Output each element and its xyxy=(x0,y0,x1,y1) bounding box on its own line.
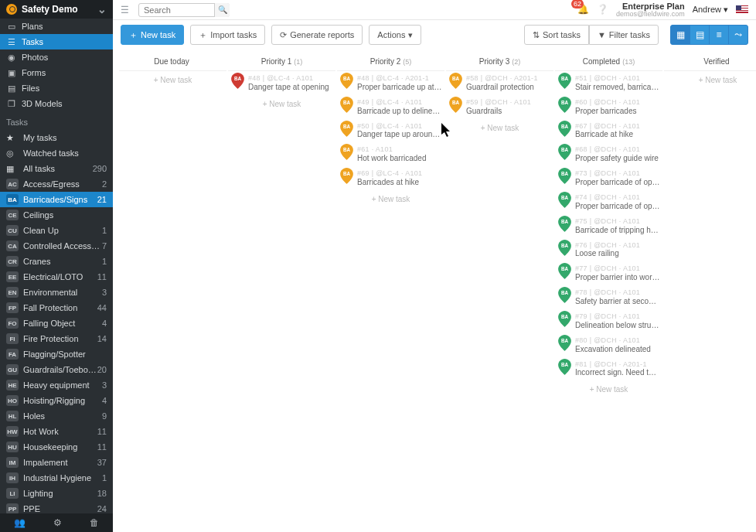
task-card[interactable]: BA#61 · A101Hot work barricaded xyxy=(337,142,444,166)
people-icon[interactable]: 👥 xyxy=(14,517,26,528)
task-card[interactable]: BA#50 | @LC-4 · A101Danger tape up aroun… xyxy=(337,119,444,143)
category-badge: FP xyxy=(6,302,19,313)
task-card[interactable]: BA#49 | @LC-4 · A101Barricade up to deli… xyxy=(337,95,444,119)
sidebar-item-fall-protection[interactable]: FPFall Protection44 xyxy=(0,300,113,315)
task-card[interactable]: BA#60 | @DCH · A101Proper barricades xyxy=(555,95,662,119)
nav-photos[interactable]: ◉Photos xyxy=(0,49,113,65)
new-task-button[interactable]: ＋ New task xyxy=(121,25,184,45)
task-title: Hot work barricaded xyxy=(357,154,442,163)
sidebar-item-barricades-signs[interactable]: BABarricades/Signs21 xyxy=(0,192,113,207)
add-task-in-column[interactable]: + New task xyxy=(228,95,335,113)
category-badge: CU xyxy=(6,225,19,236)
notifications-button[interactable]: 🔔62 xyxy=(577,4,589,15)
actions-dropdown[interactable]: Actions ▾ xyxy=(369,25,421,45)
add-task-in-column[interactable]: + New task xyxy=(446,119,553,137)
task-card[interactable]: BA#58 | @DCH · A201-1Guardrail protectio… xyxy=(446,71,553,95)
task-card[interactable]: BA#59 | @DCH · A101Guardrails xyxy=(446,95,553,119)
sidebar-item-heavy-equipment[interactable]: HEHeavy equipment3 xyxy=(0,377,113,393)
sidebar-item-fire-protection[interactable]: FIFire Protection14 xyxy=(0,331,113,346)
view-calendar-button[interactable]: ▤ xyxy=(690,25,710,45)
help-icon[interactable]: ❔ xyxy=(597,4,608,15)
task-ref: #76 | @DCH · A101 xyxy=(575,241,660,250)
add-task-in-column[interactable]: + New task xyxy=(337,190,444,208)
sidebar-item-clean-up[interactable]: CUClean Up1 xyxy=(0,223,113,238)
svg-text:BA: BA xyxy=(561,290,569,295)
nav-plans[interactable]: ▭Plans xyxy=(0,19,113,34)
task-card[interactable]: BA#75 | @DCH · A101Barricade of tripping… xyxy=(555,214,662,238)
search-box: 🔍 xyxy=(138,3,230,17)
pin-icon: BA xyxy=(558,240,571,256)
sidebar-item-guardrails-toeboards[interactable]: GUGuardrails/Toeboards20 xyxy=(0,362,113,377)
task-card[interactable]: BA#79 | @DCH · A101Delineation below str… xyxy=(555,309,662,333)
task-category-list[interactable]: ★My tasks◎Watched tasks▦All tasks290ACAc… xyxy=(0,130,113,513)
sidebar-item-lighting[interactable]: LILighting18 xyxy=(0,486,113,501)
sidebar-item-my-tasks[interactable]: ★My tasks xyxy=(0,130,113,145)
view-grid-button[interactable]: ▦ xyxy=(670,25,690,45)
filter-tasks-button[interactable]: ▼ Filter tasks xyxy=(589,25,659,45)
svg-text:BA: BA xyxy=(561,242,569,247)
pin-icon: BA xyxy=(449,73,462,89)
sidebar-item-all-tasks[interactable]: ▦All tasks290 xyxy=(0,161,113,176)
task-card[interactable]: BA#51 | @DCH · A101Stair removed, barric… xyxy=(555,71,662,95)
category-badge: PP xyxy=(6,503,19,513)
sidebar-item-industrial-hygiene[interactable]: IHIndustrial Hygiene1 xyxy=(0,470,113,486)
sidebar-item-environmental[interactable]: ENEnvironmental3 xyxy=(0,285,113,300)
task-card[interactable]: BA#48 | @LC-4 · A201-1Proper barricade u… xyxy=(337,71,444,95)
svg-text:BA: BA xyxy=(343,76,351,81)
task-title: Proper barricades xyxy=(575,107,660,116)
task-card[interactable]: BA#68 | @DCH · A101Proper safety guide w… xyxy=(555,142,662,166)
project-picker[interactable]: Safety Demo ⌄ xyxy=(0,0,113,19)
sidebar-item-hoisting-rigging[interactable]: HOHoisting/Rigging4 xyxy=(0,393,113,408)
kanban-board[interactable]: Due today+ New taskPriority 1(1)BA#48 | … xyxy=(113,49,756,532)
generate-reports-button[interactable]: ⟳ Generate reports xyxy=(271,25,363,45)
search-button[interactable]: 🔍 xyxy=(214,3,230,17)
sidebar-item-access-egress[interactable]: ACAccess/Egress2 xyxy=(0,176,113,192)
pin-icon: BA xyxy=(340,121,353,137)
task-card[interactable]: BA#76 | @DCH · A101Loose railing xyxy=(555,238,662,262)
add-task-in-column[interactable]: + New task xyxy=(664,71,756,89)
task-card[interactable]: BA#73 | @DCH · A101Proper barricade of o… xyxy=(555,166,662,190)
column-header: Verified xyxy=(664,53,756,71)
add-task-in-column[interactable]: + New task xyxy=(555,380,662,398)
trash-icon[interactable]: 🗑 xyxy=(90,517,99,528)
import-tasks-button[interactable]: ＋ Import tasks xyxy=(190,25,265,45)
sidebar-item-cranes[interactable]: CRCranes1 xyxy=(0,254,113,269)
sidebar-item-controlled-access-zone[interactable]: CAControlled Access Zone7 xyxy=(0,238,113,254)
sidebar-item-housekeeping[interactable]: HUHousekeeping11 xyxy=(0,439,113,455)
task-card[interactable]: BA#77 | @DCH · A101Proper barrier into w… xyxy=(555,261,662,285)
nav-files[interactable]: ▤Files xyxy=(0,80,113,96)
view-chart-button[interactable]: ⤳ xyxy=(728,25,748,45)
sidebar-item-flagging-spotter[interactable]: FAFlagging/Spotter xyxy=(0,346,113,362)
gear-icon[interactable]: ⚙ xyxy=(53,517,62,528)
user-menu[interactable]: Andrew ▾ xyxy=(693,5,728,15)
sidebar-item-electrical-loto[interactable]: EEElectrical/LOTO11 xyxy=(0,269,113,285)
nav-3d-models[interactable]: ❒3D Models xyxy=(0,96,113,111)
sidebar-item-ceilings[interactable]: CECeilings xyxy=(0,207,113,223)
sidebar-item-watched-tasks[interactable]: ◎Watched tasks xyxy=(0,145,113,161)
nav-tasks[interactable]: ☰Tasks xyxy=(0,34,113,49)
view-list-button[interactable]: ≡ xyxy=(709,25,729,45)
sidebar-item-falling-object[interactable]: FOFalling Object4 xyxy=(0,315,113,331)
add-task-in-column[interactable]: + New task xyxy=(119,71,226,89)
sidebar-item-holes[interactable]: HLHoles9 xyxy=(0,408,113,424)
hamburger-icon[interactable]: ☰ xyxy=(121,5,129,15)
flag-icon[interactable] xyxy=(736,5,748,14)
sidebar-item-ppe[interactable]: PPPPE24 xyxy=(0,501,113,513)
task-card[interactable]: BA#67 | @DCH · A101Barricade at hike xyxy=(555,119,662,143)
sidebar-item-hot-work[interactable]: HWHot Work11 xyxy=(0,424,113,439)
task-card[interactable]: BA#69 | @LC-4 · A101Barricades at hike xyxy=(337,166,444,190)
task-card[interactable]: BA#81 | @DCH · A201-1Incorrect sign. Nee… xyxy=(555,357,662,381)
task-card[interactable]: BA#78 | @DCH · A101Safety barrier at sec… xyxy=(555,285,662,309)
task-title: Proper safety guide wire xyxy=(575,154,660,163)
list-icon: ◎ xyxy=(6,148,19,159)
task-card[interactable]: BA#48 | @LC-4 · A101Danger tape at openi… xyxy=(228,71,335,95)
task-card[interactable]: BA#74 | @DCH · A101Proper barricade of o… xyxy=(555,190,662,214)
task-card[interactable]: BA#80 | @DCH · A101Excavation delineated xyxy=(555,333,662,357)
sort-tasks-button[interactable]: ⇅ Sort tasks xyxy=(524,25,589,45)
sidebar-item-impalement[interactable]: IMImpalement37 xyxy=(0,455,113,470)
column-priority-2: Priority 2(5)BA#48 | @LC-4 · A201-1Prope… xyxy=(337,53,444,398)
task-ref: #49 | @LC-4 · A101 xyxy=(357,98,442,107)
svg-text:BA: BA xyxy=(561,76,569,81)
nav-forms[interactable]: ▣Forms xyxy=(0,65,113,80)
column-header: Priority 3(2) xyxy=(446,53,553,71)
